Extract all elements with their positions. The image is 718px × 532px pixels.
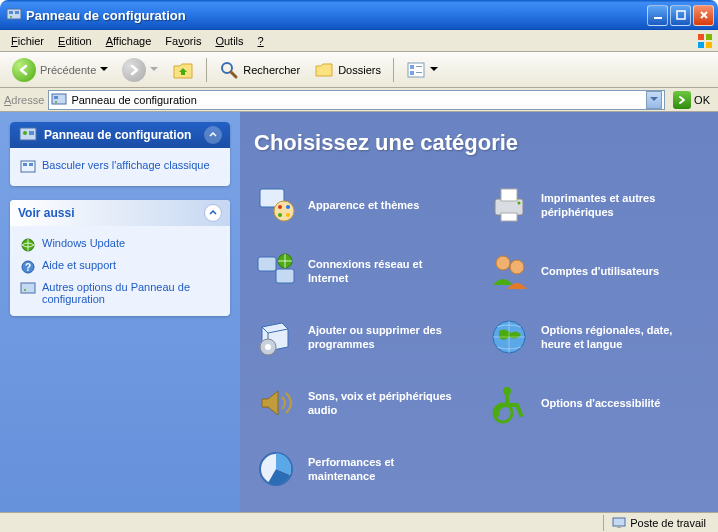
svg-rect-51 bbox=[613, 518, 625, 526]
svg-point-3 bbox=[10, 16, 12, 18]
svg-rect-7 bbox=[706, 34, 712, 40]
switch-classic-view-link[interactable]: Basculer vers l'affichage classique bbox=[20, 156, 220, 178]
forward-icon bbox=[122, 58, 146, 82]
svg-rect-37 bbox=[501, 189, 517, 201]
category-accessibility[interactable]: Options d'accessibilité bbox=[487, 374, 704, 432]
category-network[interactable]: Connexions réseau et Internet bbox=[254, 242, 471, 300]
control-panel-icon bbox=[51, 92, 67, 108]
search-button[interactable]: Rechercher bbox=[213, 57, 306, 83]
menu-favorites[interactable]: Favoris bbox=[158, 33, 208, 49]
go-button[interactable]: OK bbox=[669, 91, 714, 109]
minimize-button[interactable] bbox=[647, 5, 668, 26]
category-label: Sons, voix et périphériques audio bbox=[308, 389, 458, 418]
switch-view-icon bbox=[20, 159, 36, 175]
control-panel-icon bbox=[6, 7, 22, 23]
statusbar: Poste de travail bbox=[0, 512, 718, 532]
address-value: Panneau de configuration bbox=[71, 94, 642, 106]
accessibility-icon bbox=[487, 381, 531, 425]
svg-rect-6 bbox=[698, 34, 704, 40]
chevron-down-icon bbox=[430, 67, 438, 72]
sidepanel-seealso-title: Voir aussi bbox=[18, 206, 74, 220]
content: Choisissez une catégorie Apparence et th… bbox=[240, 112, 718, 512]
sidepanel-primary-header[interactable]: Panneau de configuration bbox=[10, 122, 230, 148]
category-label: Ajouter ou supprimer des programmes bbox=[308, 323, 458, 352]
svg-text:?: ? bbox=[25, 262, 31, 273]
menu-help[interactable]: ? bbox=[251, 33, 271, 49]
maximize-button[interactable] bbox=[670, 5, 691, 26]
category-label: Performances et maintenance bbox=[308, 455, 458, 484]
menu-tools[interactable]: Outils bbox=[208, 33, 250, 49]
page-heading: Choisissez une catégorie bbox=[254, 130, 704, 156]
control-panel-icon bbox=[18, 125, 38, 145]
views-button[interactable] bbox=[400, 57, 444, 83]
category-label: Options d'accessibilité bbox=[541, 396, 660, 410]
address-label: Adresse bbox=[4, 94, 44, 106]
add-remove-icon bbox=[254, 315, 298, 359]
svg-point-43 bbox=[496, 256, 510, 270]
close-button[interactable] bbox=[693, 5, 714, 26]
category-printers[interactable]: Imprimantes et autres périphériques bbox=[487, 176, 704, 234]
sidepanel-seealso-header[interactable]: Voir aussi bbox=[10, 200, 230, 226]
svg-rect-52 bbox=[617, 526, 621, 528]
svg-point-31 bbox=[274, 201, 294, 221]
help-icon: ? bbox=[20, 259, 36, 275]
users-icon bbox=[487, 249, 531, 293]
address-field[interactable]: Panneau de configuration bbox=[48, 90, 665, 110]
category-sounds[interactable]: Sons, voix et périphériques audio bbox=[254, 374, 471, 432]
svg-point-20 bbox=[23, 131, 27, 135]
menu-file[interactable]: Fichierdocument.currentScript.previousEl… bbox=[4, 33, 51, 49]
category-label: Connexions réseau et Internet bbox=[308, 257, 458, 286]
category-label: Comptes d'utilisateurs bbox=[541, 264, 659, 278]
category-regional[interactable]: Options régionales, date, heure et langu… bbox=[487, 308, 704, 366]
svg-rect-2 bbox=[15, 11, 19, 14]
sidepanel: Panneau de configuration Basculer vers l… bbox=[0, 112, 240, 512]
menu-view[interactable]: Affichage bbox=[99, 33, 159, 49]
back-icon bbox=[12, 58, 36, 82]
toolbar: Précédente Rechercher Dossiers bbox=[0, 52, 718, 88]
link-label: Windows Update bbox=[42, 237, 125, 249]
appearance-icon bbox=[254, 183, 298, 227]
link-label: Autres options du Panneau de configurati… bbox=[42, 281, 220, 305]
help-support-link[interactable]: ? Aide et support bbox=[20, 256, 220, 278]
category-label: Options régionales, date, heure et langu… bbox=[541, 323, 691, 352]
globe-icon bbox=[20, 237, 36, 253]
search-label: Rechercher bbox=[243, 64, 300, 76]
svg-point-33 bbox=[286, 205, 290, 209]
svg-rect-1 bbox=[9, 11, 13, 14]
collapse-icon[interactable] bbox=[204, 204, 222, 222]
status-location: Poste de travail bbox=[630, 517, 706, 529]
back-label: Précédente bbox=[40, 64, 96, 76]
svg-rect-38 bbox=[501, 213, 517, 221]
collapse-icon[interactable] bbox=[204, 126, 222, 144]
windows-update-link[interactable]: Windows Update bbox=[20, 234, 220, 256]
back-button[interactable]: Précédente bbox=[6, 55, 114, 85]
category-add-remove[interactable]: Ajouter ou supprimer des programmes bbox=[254, 308, 471, 366]
svg-rect-12 bbox=[410, 65, 414, 69]
go-icon bbox=[673, 91, 691, 109]
link-label: Aide et support bbox=[42, 259, 116, 271]
forward-button[interactable] bbox=[116, 55, 164, 85]
up-button[interactable] bbox=[166, 57, 200, 83]
address-dropdown[interactable] bbox=[646, 91, 662, 109]
folders-button[interactable]: Dossiers bbox=[308, 57, 387, 83]
menu-edit[interactable]: Edition bbox=[51, 33, 99, 49]
svg-rect-9 bbox=[706, 42, 712, 48]
svg-rect-5 bbox=[677, 11, 685, 19]
chevron-down-icon bbox=[150, 67, 158, 72]
svg-rect-17 bbox=[54, 96, 58, 99]
chevron-down-icon bbox=[100, 67, 108, 72]
svg-rect-41 bbox=[276, 269, 294, 283]
other-cp-options-link[interactable]: Autres options du Panneau de configurati… bbox=[20, 278, 220, 308]
category-users[interactable]: Comptes d'utilisateurs bbox=[487, 242, 704, 300]
up-folder-icon bbox=[172, 60, 194, 80]
svg-rect-22 bbox=[21, 161, 35, 172]
computer-icon bbox=[612, 516, 626, 530]
category-performance[interactable]: Performances et maintenance bbox=[254, 440, 471, 498]
svg-rect-15 bbox=[416, 72, 422, 73]
svg-rect-28 bbox=[21, 283, 35, 293]
addressbar: Adresse Panneau de configuration OK bbox=[0, 88, 718, 112]
printers-icon bbox=[487, 183, 531, 227]
svg-rect-14 bbox=[410, 71, 414, 75]
category-appearance[interactable]: Apparence et thèmes bbox=[254, 176, 471, 234]
folders-icon bbox=[314, 60, 334, 80]
